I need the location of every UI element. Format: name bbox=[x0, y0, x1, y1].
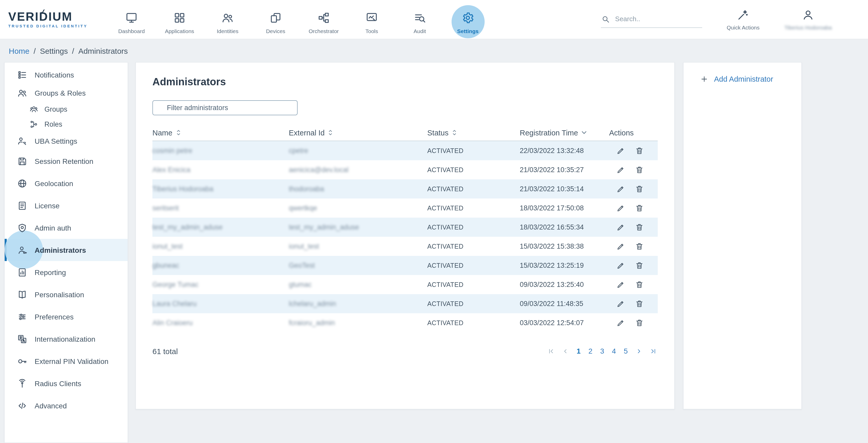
settings-icon bbox=[461, 11, 474, 24]
nav-item-label: Audit bbox=[413, 28, 426, 34]
page-button-1[interactable]: 1 bbox=[576, 346, 582, 356]
sidebar-item-notifications[interactable]: Notifications bbox=[5, 66, 128, 84]
veridium-logo[interactable]: VERIDIUM ✓ TRUSTED DIGITAL IDENTITY bbox=[8, 10, 96, 28]
nav-item-dashboard[interactable]: Dashboard bbox=[107, 10, 156, 34]
column-header-registration-time[interactable]: Registration Time bbox=[520, 128, 609, 137]
sidebar-item-advanced[interactable]: Advanced bbox=[5, 394, 128, 417]
breadcrumb-administrators: Administrators bbox=[78, 46, 128, 55]
dashboard-icon bbox=[125, 11, 138, 24]
sidebar-item-administrators[interactable]: Administrators bbox=[5, 239, 128, 261]
delete-button[interactable] bbox=[634, 145, 645, 156]
add-administrator-button[interactable]: Add Administrator bbox=[700, 75, 801, 83]
edit-button[interactable] bbox=[615, 241, 626, 252]
table-row[interactable]: ionut_testionut_testACTIVATED15/03/2022 … bbox=[152, 237, 658, 256]
table-row[interactable]: gbuneacGeoTestACTIVATED15/03/2022 13:25:… bbox=[152, 256, 658, 275]
previous-page-button[interactable] bbox=[561, 347, 570, 355]
sidebar-item-uba-settings[interactable]: UBA Settings bbox=[5, 132, 128, 150]
first-page-button[interactable] bbox=[547, 347, 555, 355]
sidebar-item-radius-clients[interactable]: Radius Clients bbox=[5, 372, 128, 394]
delete-button[interactable] bbox=[634, 222, 645, 233]
quick-actions-button[interactable]: Quick Actions bbox=[727, 8, 760, 30]
nav-item-devices[interactable]: Devices bbox=[252, 10, 300, 34]
sidebar-item-preferences[interactable]: Preferences bbox=[5, 305, 128, 328]
table-row[interactable]: cosmin petrecpetreACTIVATED22/03/2022 13… bbox=[152, 141, 658, 160]
quick-actions-label: Quick Actions bbox=[727, 24, 760, 30]
table-row[interactable]: Laura Chelarulchelaru_adminACTIVATED09/0… bbox=[152, 294, 658, 313]
sidebar-item-label: Administrators bbox=[35, 246, 86, 254]
edit-button[interactable] bbox=[615, 260, 626, 271]
last-page-button[interactable] bbox=[649, 347, 658, 355]
edit-button[interactable] bbox=[615, 203, 626, 213]
sidebar-item-session-retention[interactable]: Session Retention bbox=[5, 150, 128, 172]
delete-button[interactable] bbox=[634, 203, 645, 213]
nav-item-settings[interactable]: Settings bbox=[444, 10, 492, 34]
breadcrumb-separator: / bbox=[34, 46, 36, 55]
edit-button[interactable] bbox=[615, 279, 626, 290]
edit-button[interactable] bbox=[615, 222, 626, 233]
filter-administrators-input[interactable] bbox=[152, 100, 298, 115]
nav-item-tools[interactable]: Tools bbox=[348, 10, 396, 34]
edit-button[interactable] bbox=[615, 298, 626, 309]
uba-settings-icon bbox=[17, 136, 27, 146]
delete-button[interactable] bbox=[634, 241, 645, 252]
table-row[interactable]: Alex Enicicaaenicica@dev.localACTIVATED2… bbox=[152, 160, 658, 179]
sidebar-item-groups-roles[interactable]: Groups & Roles bbox=[5, 84, 128, 102]
table-row[interactable]: Alin Craioerufcraioru_adminACTIVATED03/0… bbox=[152, 313, 658, 332]
sidebar-item-label: Reporting bbox=[35, 268, 66, 276]
delete-button[interactable] bbox=[634, 165, 645, 175]
table-row[interactable]: test_my_admin_adusetest_my_admin_aduseAC… bbox=[152, 218, 658, 237]
page-button-2[interactable]: 2 bbox=[587, 346, 594, 356]
sidebar-item-geolocation[interactable]: Geolocation bbox=[5, 172, 128, 195]
nav-item-orchestrator[interactable]: Orchestrator bbox=[300, 10, 348, 34]
delete-button[interactable] bbox=[634, 279, 645, 290]
column-header-external-id[interactable]: External Id bbox=[289, 128, 427, 137]
admin-name: cosmin petre bbox=[152, 147, 289, 154]
sort-updown-icon bbox=[176, 130, 181, 136]
next-page-button[interactable] bbox=[634, 347, 643, 355]
delete-button[interactable] bbox=[634, 183, 645, 195]
admin-status: ACTIVATED bbox=[427, 166, 520, 173]
edit-button[interactable] bbox=[615, 165, 626, 175]
table-row[interactable]: seritseritqwertkqeACTIVATED18/03/2022 17… bbox=[152, 199, 658, 218]
column-label: Status bbox=[427, 128, 448, 137]
delete-button[interactable] bbox=[634, 260, 645, 271]
internationalization-icon bbox=[17, 334, 27, 344]
nav-item-applications[interactable]: Applications bbox=[156, 10, 204, 34]
administrators-panel: Administrators NameExternal IdStatusRegi… bbox=[135, 62, 675, 409]
sidebar-item-label: External PIN Validation bbox=[35, 357, 108, 365]
delete-button[interactable] bbox=[634, 298, 645, 309]
table-row[interactable]: George TumacgtumacACTIVATED09/03/2022 13… bbox=[152, 275, 658, 294]
breadcrumb-settings[interactable]: Settings bbox=[40, 46, 68, 55]
edit-button[interactable] bbox=[615, 317, 626, 328]
brand-name: VERIDIUM bbox=[8, 10, 96, 23]
column-header-name[interactable]: Name bbox=[152, 128, 289, 137]
search-input[interactable] bbox=[615, 15, 687, 23]
column-header-status[interactable]: Status bbox=[427, 128, 520, 137]
nav-item-identities[interactable]: Identities bbox=[204, 10, 252, 34]
page-button-5[interactable]: 5 bbox=[623, 346, 629, 356]
admin-status: ACTIVATED bbox=[427, 185, 520, 193]
edit-button[interactable] bbox=[615, 145, 626, 156]
delete-button[interactable] bbox=[634, 317, 645, 328]
sidebar-item-license[interactable]: License bbox=[5, 195, 128, 216]
admin-name: Alex Enicica bbox=[152, 166, 289, 174]
edit-button[interactable] bbox=[615, 183, 626, 195]
column-header-actions: Actions bbox=[609, 128, 658, 137]
admin-registration-time: 18/03/2022 16:55:34 bbox=[520, 223, 609, 231]
sidebar-item-personalisation[interactable]: Personalisation bbox=[5, 283, 128, 305]
trash-icon bbox=[635, 184, 644, 193]
sidebar-item-external-pin-validation[interactable]: External PIN Validation bbox=[5, 350, 128, 372]
sidebar-item-roles[interactable]: Roles bbox=[5, 117, 128, 132]
page-button-4[interactable]: 4 bbox=[611, 346, 617, 356]
breadcrumb-home[interactable]: Home bbox=[9, 46, 29, 55]
sidebar-item-internationalization[interactable]: Internationalization bbox=[5, 328, 128, 350]
row-actions bbox=[609, 165, 658, 175]
nav-item-audit[interactable]: Audit bbox=[396, 10, 444, 34]
trash-icon bbox=[635, 146, 644, 155]
user-menu[interactable]: Tiberius Hodoroaba bbox=[784, 8, 832, 30]
table-row[interactable]: Tiberius HodoroabathodoroabaACTIVATED21/… bbox=[152, 179, 658, 199]
page-title: Administrators bbox=[152, 76, 658, 88]
content-area: NotificationsGroups & RolesGroupsRolesUB… bbox=[0, 62, 868, 443]
sidebar-item-groups[interactable]: Groups bbox=[5, 102, 128, 117]
page-button-3[interactable]: 3 bbox=[599, 346, 605, 356]
